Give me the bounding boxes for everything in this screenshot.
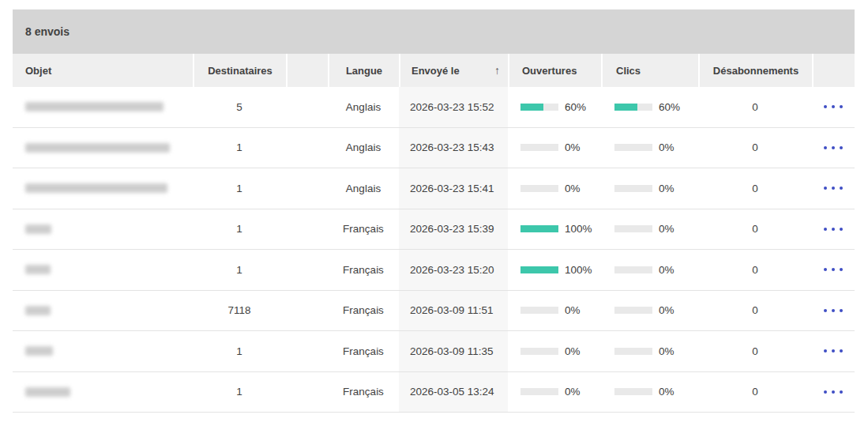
clicks-cell: 60% [601,87,698,127]
recipients-cell: 1 [193,209,286,250]
actions-cell [812,87,855,127]
spacer-cell [286,331,328,371]
table-row[interactable]: 5 Anglais 2026-03-23 15:52 60% 60% 0 [13,87,855,128]
unsubscribes-cell: 0 [698,372,812,413]
more-actions-button[interactable] [821,304,846,317]
opens-percent-label: 0% [565,345,581,357]
clicks-cell: 0% [601,209,698,250]
more-actions-button[interactable] [821,182,846,194]
subject-cell [13,291,193,331]
spacer-cell [286,209,328,250]
recipients-cell: 7118 [193,291,286,331]
table-row[interactable]: 1 Français 2026-03-09 11:35 0% 0% 0 [13,331,855,372]
more-actions-button[interactable] [821,100,846,113]
subject-cell [13,372,193,413]
table-row[interactable]: 1 Français 2026-03-23 15:39 100% 0% 0 [13,209,855,251]
column-header-destinataires[interactable]: Destinataires [193,54,286,87]
subject-cell [13,331,193,371]
opens-percent-label: 60% [565,101,586,113]
clicks-percent-label: 0% [659,183,674,194]
language-cell: Français [328,209,399,250]
table-row[interactable]: 1 Français 2026-03-05 13:24 0% 0% 0 [13,372,855,413]
more-actions-button[interactable] [821,386,846,398]
table-row[interactable]: 1 Français 2026-03-23 15:20 100% 0% 0 [13,250,855,291]
unsubscribes-cell: 0 [698,250,812,290]
column-header-clics[interactable]: Clics [601,54,698,87]
clicks-progress-bar [614,388,652,395]
recipients-cell: 1 [193,372,286,413]
opens-cell: 100% [508,209,601,250]
actions-cell [812,168,855,209]
opens-progress-fill [520,104,543,111]
opens-percent-label: 0% [565,304,581,316]
spacer-cell [286,168,328,209]
spacer-cell [286,372,328,413]
column-header-actions [812,54,855,87]
clicks-progress-bar [614,144,652,151]
opens-percent-label: 0% [565,141,581,153]
opens-progress-bar [520,225,558,232]
clicks-cell: 0% [601,291,698,331]
clicks-percent-label: 60% [659,101,680,113]
redacted-subject-text [25,224,51,234]
actions-cell [812,372,855,413]
opens-percent-label: 0% [565,183,581,194]
redacted-subject-text [25,183,167,193]
opens-progress-bar [520,388,558,395]
clicks-progress-bar [614,185,652,192]
opens-percent-label: 0% [565,386,581,398]
redacted-subject-text [25,102,163,111]
more-actions-button[interactable] [821,141,846,154]
opens-progress-fill [520,225,558,232]
opens-cell: 100% [508,250,601,290]
ellipsis-icon [824,309,827,312]
unsubscribes-cell: 0 [698,87,812,127]
clicks-progress-bar [614,307,652,314]
ellipsis-icon [824,228,827,231]
column-header-objet[interactable]: Objet [13,54,193,87]
clicks-cell: 0% [601,250,698,290]
subject-cell [13,128,193,168]
redacted-subject-text [25,265,51,274]
actions-cell [812,331,855,371]
more-actions-button[interactable] [821,223,846,236]
clicks-percent-label: 0% [659,141,674,153]
opens-progress-bar [520,266,558,273]
table-row[interactable]: 1 Anglais 2026-03-23 15:41 0% 0% 0 [13,168,855,209]
redacted-subject-text [25,143,170,153]
subject-cell [13,250,193,290]
recipients-cell: 1 [193,250,286,290]
table-row[interactable]: 7118 Français 2026-03-09 11:51 0% 0% 0 [13,291,855,332]
recipients-cell: 1 [193,168,286,209]
clicks-cell: 0% [601,168,698,209]
spacer-cell [286,250,328,290]
sendings-count-label: 8 envois [25,25,70,38]
column-header-envoye-le-label: Envoyé le [411,65,460,77]
subject-cell [13,87,193,127]
table-row[interactable]: 1 Anglais 2026-03-23 15:43 0% 0% 0 [13,128,855,169]
column-header-desabonnements[interactable]: Désabonnements [698,54,812,87]
clicks-percent-label: 0% [659,223,674,235]
actions-cell [812,128,855,168]
clicks-percent-label: 0% [659,345,674,357]
opens-cell: 0% [508,168,601,209]
sent-date-cell: 2026-03-23 15:39 [399,209,508,250]
sent-date-cell: 2026-03-23 15:20 [399,250,508,290]
table-body: 5 Anglais 2026-03-23 15:52 60% 60% 0 1 A… [13,87,855,413]
recipients-cell: 1 [193,128,286,168]
column-header-envoye-le[interactable]: Envoyé le ↑ [399,54,508,87]
recipients-cell: 5 [193,87,286,127]
ellipsis-icon [824,268,827,271]
column-header-ouvertures[interactable]: Ouvertures [508,54,601,87]
clicks-progress-bar [614,348,652,355]
sent-date-cell: 2026-03-09 11:35 [399,331,508,371]
table-header-row: Objet Destinataires Langue Envoyé le ↑ O… [13,54,855,87]
more-actions-button[interactable] [821,263,846,276]
clicks-progress-bar [614,225,652,232]
opens-progress-bar [520,185,558,192]
column-header-spacer [286,54,328,87]
column-header-langue[interactable]: Langue [328,54,399,87]
more-actions-button[interactable] [821,345,846,357]
subject-cell [13,209,193,250]
sendings-table-panel: 8 envois Objet Destinataires Langue Envo… [13,9,855,413]
